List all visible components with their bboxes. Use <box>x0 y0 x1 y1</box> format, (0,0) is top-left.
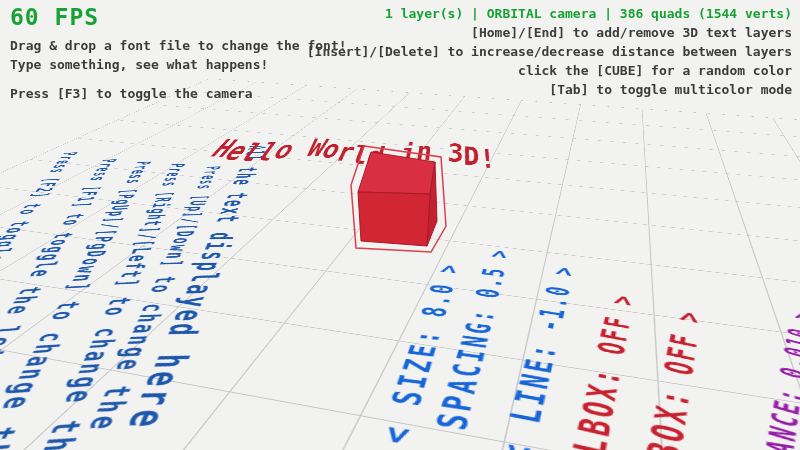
hint-drag-drop: Drag & drop a font file to change the fo… <box>10 36 347 55</box>
hint-layers: [Home]/[End] to add/remove 3D text layer… <box>307 23 792 42</box>
hint-camera-toggle: Press [F3] to toggle the camera <box>10 84 347 103</box>
cube-front-face[interactable] <box>358 192 430 246</box>
hint-layer-distance: [Insert]/[Delete] to increase/decrease d… <box>307 42 792 61</box>
hud-top-right: 1 layer(s) | ORBITAL camera | 386 quads … <box>307 4 792 99</box>
hint-type: Type something, see what happens! <box>10 55 347 74</box>
hint-cube-click: click the [CUBE] for a random color <box>307 61 792 80</box>
hud-top-left: 60 FPS Drag & drop a font file to change… <box>10 4 347 103</box>
status-line: 1 layer(s) | ORBITAL camera | 386 quads … <box>307 4 792 23</box>
fps-counter: 60 FPS <box>10 4 347 30</box>
spacer <box>10 74 347 84</box>
hint-multicolor: [Tab] to toggle multicolor mode <box>307 80 792 99</box>
cube-top-face[interactable] <box>358 152 435 194</box>
